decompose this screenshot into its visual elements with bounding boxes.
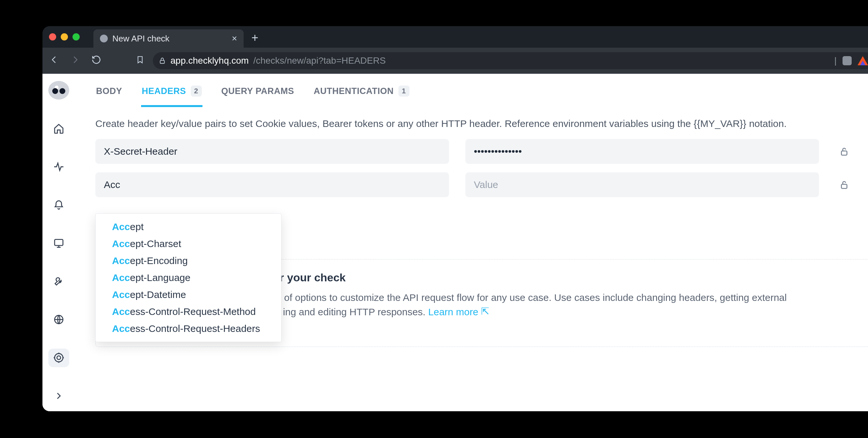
- autocomplete-option[interactable]: Accept-Encoding: [96, 252, 281, 269]
- lock-header-button[interactable]: [835, 143, 853, 160]
- close-tab-button[interactable]: ×: [232, 33, 237, 44]
- checkly-logo[interactable]: [48, 81, 69, 100]
- header-value-input[interactable]: [465, 172, 819, 197]
- svg-rect-0: [160, 60, 164, 63]
- bookmark-button[interactable]: [136, 56, 144, 66]
- sidebar-item-alerts[interactable]: [48, 196, 69, 214]
- sidebar-item-global[interactable]: [48, 310, 69, 329]
- header-value-input[interactable]: [465, 139, 819, 164]
- learn-more-link[interactable]: Learn more ⇱: [428, 306, 489, 317]
- sidebar-item-target[interactable]: [48, 348, 69, 367]
- browser-tab[interactable]: New API check ×: [93, 29, 244, 48]
- sidebar-item-home[interactable]: [48, 119, 69, 138]
- app: BODY HEADERS 2 QUERY PARAMS AUTHENTICATI…: [42, 74, 868, 411]
- request-tabs: BODY HEADERS 2 QUERY PARAMS AUTHENTICATI…: [95, 80, 868, 107]
- tab-favicon: [100, 35, 108, 42]
- header-key-input[interactable]: [95, 172, 449, 197]
- sidebar: [42, 74, 75, 411]
- autocomplete-option[interactable]: Access-Control-Request-Headers: [96, 320, 281, 337]
- lock-icon: [159, 57, 166, 64]
- header-rows: [95, 139, 868, 197]
- header-row: [95, 139, 868, 164]
- svg-rect-7: [841, 151, 847, 155]
- brave-rewards-icon[interactable]: [858, 56, 868, 65]
- autocomplete-option[interactable]: Accept-Datetime: [96, 286, 281, 303]
- sidebar-collapse-button[interactable]: [48, 387, 69, 405]
- tab-label: AUTHENTICATION: [314, 86, 394, 96]
- traffic-lights: [49, 33, 80, 40]
- new-tab-button[interactable]: +: [248, 31, 261, 45]
- autocomplete-option[interactable]: Accept-Charset: [96, 235, 281, 252]
- tab-body[interactable]: BODY: [95, 80, 123, 107]
- help-text: Create header key/value pairs to set Coo…: [95, 118, 868, 129]
- maximize-window-button[interactable]: [72, 33, 80, 40]
- header-row: [95, 172, 868, 197]
- brave-shields-icon[interactable]: [842, 56, 852, 65]
- close-window-button[interactable]: [49, 33, 56, 40]
- content: BODY HEADERS 2 QUERY PARAMS AUTHENTICATI…: [75, 74, 868, 411]
- sidebar-item-dashboards[interactable]: [48, 234, 69, 252]
- tab-headers[interactable]: HEADERS 2: [141, 80, 203, 107]
- header-key-input[interactable]: [95, 139, 449, 164]
- browser-toolbar: app.checklyhq.com /checks/new/api?tab=HE…: [42, 48, 868, 74]
- svg-point-5: [55, 354, 63, 362]
- tab-badge: 2: [191, 86, 202, 97]
- forward-button[interactable]: [70, 55, 80, 67]
- browser-window: New API check × + app.checklyhq.com /che…: [42, 26, 868, 411]
- lock-header-button[interactable]: [835, 176, 853, 194]
- back-button[interactable]: [50, 55, 59, 67]
- svg-rect-1: [55, 240, 63, 245]
- url-host: app.checklyhq.com: [170, 56, 249, 66]
- autocomplete-option[interactable]: Access-Control-Request-Method: [96, 303, 281, 320]
- svg-rect-8: [841, 184, 847, 189]
- tab-badge: 1: [398, 86, 409, 97]
- url-path: /checks/new/api?tab=HEADERS: [253, 56, 386, 66]
- autocomplete-option[interactable]: Accept-Language: [96, 269, 281, 286]
- reload-button[interactable]: [91, 55, 101, 67]
- tab-label: BODY: [96, 86, 122, 96]
- tab-title: New API check: [112, 34, 227, 44]
- external-link-icon: ⇱: [481, 304, 489, 318]
- tab-label: QUERY PARAMS: [221, 86, 294, 96]
- minimize-window-button[interactable]: [61, 33, 68, 40]
- tab-label: HEADERS: [142, 86, 186, 96]
- address-bar[interactable]: app.checklyhq.com /checks/new/api?tab=HE…: [153, 52, 868, 69]
- tab-query-params[interactable]: QUERY PARAMS: [221, 80, 295, 107]
- autocomplete-option[interactable]: Accept: [96, 218, 281, 235]
- titlebar: New API check × +: [42, 26, 868, 48]
- tab-authentication[interactable]: AUTHENTICATION 1: [313, 80, 410, 107]
- autocomplete-dropdown: AcceptAccept-CharsetAccept-EncodingAccep…: [95, 213, 281, 342]
- svg-point-6: [57, 356, 60, 360]
- sidebar-item-activity[interactable]: [48, 157, 69, 176]
- sidebar-item-maintenance[interactable]: [48, 272, 69, 291]
